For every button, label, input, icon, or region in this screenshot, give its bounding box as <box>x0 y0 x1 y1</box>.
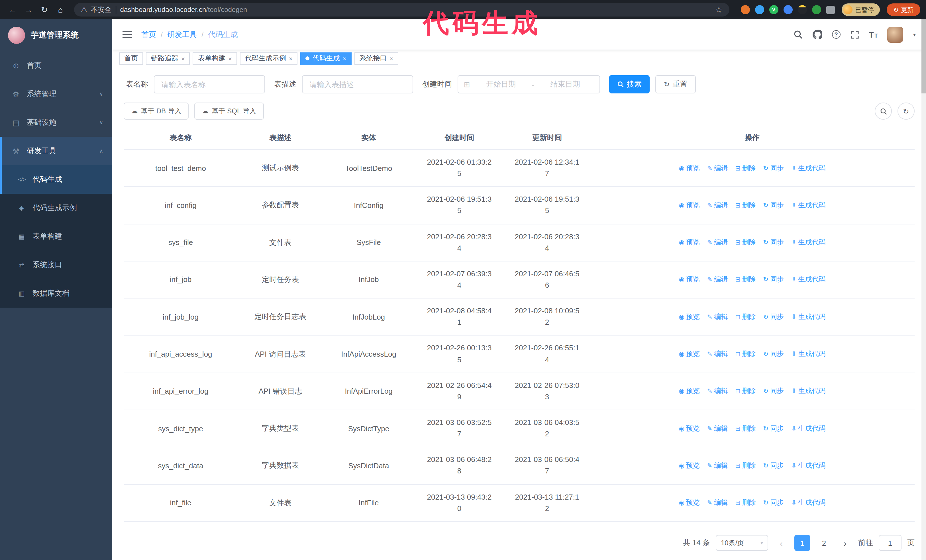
edit-link[interactable]: ✎编辑 <box>707 163 728 173</box>
extension-icon-4[interactable] <box>784 5 793 14</box>
reset-button[interactable]: ↻ 重置 <box>655 75 696 94</box>
prev-page-button[interactable]: ‹ <box>774 535 789 551</box>
sidebar-item-infra[interactable]: ▤ 基础设施 ∨ <box>0 108 112 137</box>
edit-link[interactable]: ✎编辑 <box>707 386 728 396</box>
delete-link[interactable]: ⊟删除 <box>735 424 756 433</box>
menu-toggle-icon[interactable] <box>123 30 132 39</box>
preview-link[interactable]: ◉预览 <box>679 312 700 322</box>
next-page-button[interactable]: › <box>838 535 852 551</box>
tab-api[interactable]: 系统接口 × <box>354 52 399 65</box>
scrollbar[interactable] <box>921 20 926 560</box>
generate-code-link[interactable]: ⇩生成代码 <box>791 461 825 471</box>
page-button-1[interactable]: 1 <box>794 535 810 551</box>
font-size-icon[interactable]: TT <box>869 30 878 38</box>
delete-link[interactable]: ⊟删除 <box>735 349 756 359</box>
sync-link[interactable]: ↻同步 <box>763 201 784 210</box>
search-button[interactable]: 搜索 <box>609 75 650 94</box>
sidebar-item-devtools[interactable]: ⚒ 研发工具 ∧ <box>0 137 112 165</box>
delete-link[interactable]: ⊟删除 <box>735 461 756 471</box>
preview-link[interactable]: ◉预览 <box>679 163 700 173</box>
close-icon[interactable]: × <box>228 55 232 62</box>
generate-code-link[interactable]: ⇩生成代码 <box>791 312 825 322</box>
help-icon[interactable]: ? <box>832 30 841 39</box>
goto-page-input[interactable] <box>879 535 902 551</box>
sync-link[interactable]: ↻同步 <box>763 349 784 359</box>
tab-codegen-example[interactable]: 代码生成示例 × <box>240 52 298 65</box>
import-sql-button[interactable]: ☁ 基于 SQL 导入 <box>195 103 263 120</box>
generate-code-link[interactable]: ⇩生成代码 <box>791 275 825 285</box>
page-size-select[interactable]: 10条/页 ▾ <box>716 535 768 551</box>
generate-code-link[interactable]: ⇩生成代码 <box>791 163 825 173</box>
extension-icon-3[interactable]: V <box>769 5 778 14</box>
date-range-picker[interactable]: ⊞ 开始日期 - 结束日期 <box>458 75 600 94</box>
preview-link[interactable]: ◉预览 <box>679 349 700 359</box>
sidebar-subitem-api[interactable]: ⇄ 系统接口 <box>0 251 112 279</box>
preview-link[interactable]: ◉预览 <box>679 498 700 507</box>
sync-link[interactable]: ↻同步 <box>763 237 784 247</box>
edit-link[interactable]: ✎编辑 <box>707 275 728 285</box>
extension-icon-6[interactable] <box>812 5 821 14</box>
security-label[interactable]: 不安全 <box>91 5 112 15</box>
table-name-input[interactable] <box>154 75 265 94</box>
scrollbar-thumb[interactable] <box>921 20 926 94</box>
preview-link[interactable]: ◉预览 <box>679 386 700 396</box>
sync-link[interactable]: ↻同步 <box>763 163 784 173</box>
home-button[interactable]: ⌂ <box>54 3 67 17</box>
edit-link[interactable]: ✎编辑 <box>707 201 728 210</box>
tab-codegen[interactable]: 代码生成 × <box>301 52 352 65</box>
delete-link[interactable]: ⊟删除 <box>735 275 756 285</box>
forward-button[interactable]: → <box>22 3 35 17</box>
delete-link[interactable]: ⊟删除 <box>735 201 756 210</box>
extension-icon-1[interactable] <box>741 5 750 14</box>
generate-code-link[interactable]: ⇩生成代码 <box>791 201 825 210</box>
sidebar-subitem-form-builder[interactable]: ▦ 表单构建 <box>0 222 112 251</box>
delete-link[interactable]: ⊟删除 <box>735 163 756 173</box>
preview-link[interactable]: ◉预览 <box>679 461 700 471</box>
refresh-table-button[interactable]: ↻ <box>897 103 915 120</box>
close-icon[interactable]: × <box>289 55 293 62</box>
sync-link[interactable]: ↻同步 <box>763 386 784 396</box>
sidebar-subitem-codegen-example[interactable]: ◈ 代码生成示例 <box>0 194 112 222</box>
tab-home[interactable]: 首页 <box>119 52 143 65</box>
sidebar-item-system[interactable]: ⚙ 系统管理 ∨ <box>0 80 112 108</box>
sync-link[interactable]: ↻同步 <box>763 275 784 285</box>
user-avatar[interactable] <box>888 27 903 42</box>
delete-link[interactable]: ⊟删除 <box>735 498 756 507</box>
toggle-search-button[interactable] <box>875 103 892 120</box>
reload-button[interactable]: ↻ <box>38 3 51 17</box>
sidebar-item-home[interactable]: ⊕ 首页 <box>0 51 112 80</box>
delete-link[interactable]: ⊟删除 <box>735 237 756 247</box>
sync-link[interactable]: ↻同步 <box>763 424 784 433</box>
fullscreen-icon[interactable] <box>850 30 859 39</box>
bookmark-star-icon[interactable]: ☆ <box>715 5 722 14</box>
edit-link[interactable]: ✎编辑 <box>707 312 728 322</box>
extension-icon-5[interactable] <box>798 5 807 14</box>
sync-link[interactable]: ↻同步 <box>763 461 784 471</box>
close-icon[interactable]: × <box>390 55 393 62</box>
generate-code-link[interactable]: ⇩生成代码 <box>791 386 825 396</box>
preview-link[interactable]: ◉预览 <box>679 237 700 247</box>
edit-link[interactable]: ✎编辑 <box>707 424 728 433</box>
profile-paused-badge[interactable]: 已暂停 <box>842 3 880 16</box>
sidebar-subitem-db-docs[interactable]: ▥ 数据库文档 <box>0 279 112 308</box>
generate-code-link[interactable]: ⇩生成代码 <box>791 424 825 433</box>
sync-link[interactable]: ↻同步 <box>763 312 784 322</box>
edit-link[interactable]: ✎编辑 <box>707 237 728 247</box>
preview-link[interactable]: ◉预览 <box>679 424 700 433</box>
update-button[interactable]: ↻ 更新 <box>887 3 920 16</box>
breadcrumb-home[interactable]: 首页 <box>141 29 156 39</box>
import-db-button[interactable]: ☁ 基于 DB 导入 <box>124 103 189 120</box>
address-bar[interactable]: ⚠ 不安全 dashboard.yudao.iocoder.cn/tool/co… <box>74 3 729 17</box>
table-desc-input[interactable] <box>302 75 413 94</box>
generate-code-link[interactable]: ⇩生成代码 <box>791 498 825 507</box>
sync-link[interactable]: ↻同步 <box>763 498 784 507</box>
delete-link[interactable]: ⊟删除 <box>735 312 756 322</box>
avatar-dropdown-caret-icon[interactable]: ▾ <box>913 32 916 37</box>
page-button-2[interactable]: 2 <box>816 535 832 551</box>
edit-link[interactable]: ✎编辑 <box>707 349 728 359</box>
extension-icon-2[interactable] <box>755 5 764 14</box>
close-icon[interactable]: × <box>343 55 346 62</box>
generate-code-link[interactable]: ⇩生成代码 <box>791 349 825 359</box>
back-button[interactable]: ← <box>6 3 20 17</box>
generate-code-link[interactable]: ⇩生成代码 <box>791 237 825 247</box>
